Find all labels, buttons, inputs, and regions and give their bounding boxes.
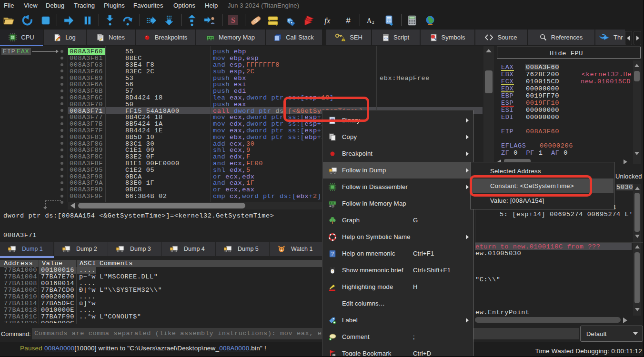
svg-text:@: @ — [331, 204, 334, 208]
svg-text:!: ! — [343, 38, 344, 41]
svg-text:32: 32 — [11, 36, 15, 39]
svg-text:?: ? — [331, 251, 334, 257]
svg-text:A: A — [367, 17, 372, 24]
svg-text:fx: fx — [324, 16, 331, 25]
svg-text:<>: <> — [384, 36, 388, 40]
svg-text:2: 2 — [372, 20, 374, 25]
svg-text:#: # — [346, 16, 351, 25]
svg-text:S: S — [231, 16, 235, 24]
